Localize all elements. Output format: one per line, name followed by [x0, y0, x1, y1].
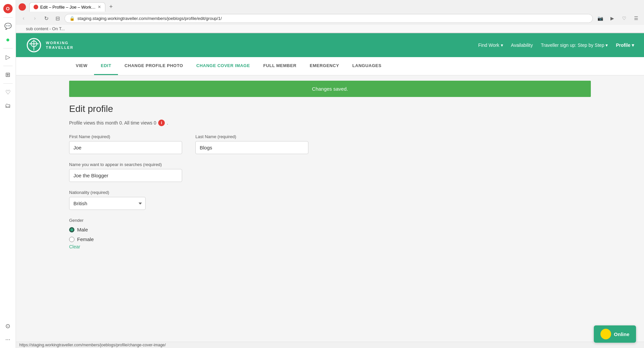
form-container: Edit profile Profile views this month 0.…	[16, 97, 644, 264]
camera-button[interactable]: 📷	[595, 14, 605, 23]
logo-svg	[26, 37, 42, 53]
nationality-row: Nationality (required) British American …	[69, 190, 591, 210]
profile-label: Profile	[616, 43, 630, 48]
favorites-icon: ♡	[5, 89, 11, 96]
search-name-row: Name you want to appear in searches (req…	[69, 162, 591, 182]
gender-male-option[interactable]: Male	[69, 227, 591, 232]
gender-male-radio[interactable]	[69, 227, 74, 232]
apps-icon: ⊞	[5, 71, 10, 78]
notification-bar: sub content - On T...	[16, 25, 644, 33]
last-name-input[interactable]	[195, 141, 308, 154]
last-name-group: Last Name (required)	[195, 134, 308, 154]
site-header: WORKING TRAVELLER Find Work ▾ Availabili…	[16, 33, 644, 57]
tab-full-member[interactable]: FULL MEMBER	[257, 57, 303, 75]
page-content: Edit – Profile – Joe – Work… ✕ + ‹ › ↻ ⊟…	[16, 0, 644, 264]
gender-female-option[interactable]: Female	[69, 236, 591, 242]
sidebar-item-whatsapp[interactable]: ●	[2, 34, 14, 45]
tab-close-button[interactable]: ✕	[98, 5, 101, 9]
forward-icon: ▷	[6, 53, 10, 61]
tab-bar: Edit – Profile – Joe – Work… ✕ +	[16, 0, 644, 12]
form-title: Edit profile	[69, 104, 591, 114]
signup-chevron: ▾	[605, 43, 608, 48]
logo-line1: WORKING	[46, 41, 73, 45]
availability-label: Availability	[511, 43, 533, 48]
forward-button[interactable]: ›	[31, 14, 39, 23]
header-nav-profile[interactable]: Profile ▾	[616, 43, 634, 48]
success-message: Changes saved.	[312, 86, 348, 92]
sidebar-item-apps[interactable]: ⊞	[2, 69, 14, 81]
find-work-label: Find Work	[478, 43, 499, 48]
sidebar-item-messaging[interactable]: 💬	[2, 20, 14, 32]
tab-title: Edit – Profile – Joe – Work…	[40, 5, 96, 10]
nationality-select[interactable]: British American Australian Canadian Iri…	[69, 197, 146, 210]
gender-radio-group: Male Female	[69, 225, 591, 242]
success-banner: Changes saved.	[69, 81, 591, 97]
sidebar-divider-3	[3, 66, 13, 66]
sidebar-item-favorites[interactable]: ♡	[2, 86, 14, 98]
url-full: staging.workingtraveller.com/members/joe…	[93, 16, 222, 21]
search-name-group: Name you want to appear in searches (req…	[69, 162, 182, 182]
signup-label: Traveller sign up: Step by Step	[541, 43, 604, 48]
ssl-lock-icon: 🔒	[69, 16, 75, 21]
tab-change-cover-image[interactable]: CHANGE COVER IMAGE	[190, 57, 257, 75]
header-nav-availability[interactable]: Availability	[511, 43, 533, 48]
tab-edit[interactable]: EDIT	[94, 57, 118, 75]
gender-female-radio[interactable]	[69, 237, 74, 242]
header-nav: Find Work ▾ Availability Traveller sign …	[478, 43, 634, 48]
logo-line2: TRAVELLER	[46, 45, 73, 50]
first-name-input[interactable]	[69, 141, 182, 154]
logo-area[interactable]: WORKING TRAVELLER	[26, 37, 73, 53]
opera-logo[interactable]: O	[2, 3, 14, 15]
sidebar-divider-2	[3, 48, 13, 48]
nationality-label: Nationality (required)	[69, 190, 591, 195]
profile-chevron: ▾	[632, 43, 634, 48]
snapshots-icon: 🗂	[5, 102, 11, 109]
whatsapp-icon: ●	[6, 36, 10, 44]
bookmark-button[interactable]: ♡	[619, 14, 629, 23]
logo-text: WORKING TRAVELLER	[46, 41, 73, 50]
gender-female-label: Female	[77, 236, 94, 242]
tab-favicon	[34, 5, 38, 9]
gender-male-label: Male	[77, 227, 88, 232]
browser-opera-icon	[19, 3, 26, 11]
tab-languages[interactable]: LANGUAGES	[346, 57, 388, 75]
url-display: staging.staging.workingtraveller.com/mem…	[77, 16, 222, 21]
gender-row: Gender Male Female Clear	[69, 218, 591, 249]
new-tab-button[interactable]: +	[107, 2, 116, 12]
search-name-input[interactable]	[69, 169, 182, 182]
header-nav-signup[interactable]: Traveller sign up: Step by Step ▾	[541, 43, 608, 48]
tab-overview-button[interactable]: ⊟	[53, 14, 62, 23]
sidebar-item-forward[interactable]: ▷	[2, 51, 14, 63]
back-button[interactable]: ‹	[19, 14, 28, 23]
header-nav-find-work[interactable]: Find Work ▾	[478, 43, 503, 48]
tab-emergency[interactable]: EMERGENCY	[303, 57, 346, 75]
sidebar-divider-1	[3, 17, 13, 18]
refresh-button[interactable]: ↻	[42, 14, 51, 23]
url-domain: staging.	[77, 16, 93, 21]
notification-text: sub content - On T...	[26, 26, 65, 31]
address-input[interactable]: 🔒 staging.staging.workingtraveller.com/m…	[64, 14, 593, 23]
messaging-icon: 💬	[4, 23, 12, 30]
tab-change-profile-photo[interactable]: CHANGE PROFILE PHOTO	[118, 57, 190, 75]
info-icon[interactable]: i	[158, 120, 165, 126]
sidebar-item-snapshots[interactable]: 🗂	[2, 100, 14, 112]
browser-chrome: Edit – Profile – Joe – Work… ✕ + ‹ › ↻ ⊟…	[16, 0, 644, 33]
gender-label: Gender	[69, 218, 591, 223]
search-name-label: Name you want to appear in searches (req…	[69, 162, 182, 167]
cast-button[interactable]: ▶	[607, 14, 617, 23]
sidebar: O 💬 ● ▷ ⊞ ♡ 🗂 ⊙ ···	[0, 0, 16, 264]
active-tab[interactable]: Edit – Profile – Joe – Work… ✕	[29, 2, 105, 12]
sidebar-divider-4	[3, 83, 13, 84]
first-name-label: First Name (required)	[69, 134, 182, 139]
menu-button[interactable]: ☰	[631, 14, 641, 23]
clear-link[interactable]: Clear	[69, 244, 80, 249]
address-bar: ‹ › ↻ ⊟ 🔒 staging.staging.workingtravell…	[16, 12, 644, 25]
last-name-label: Last Name (required)	[195, 134, 308, 139]
find-work-chevron: ▾	[501, 43, 503, 48]
edit-tabs: VIEW EDIT CHANGE PROFILE PHOTO CHANGE CO…	[16, 57, 644, 75]
tab-view[interactable]: VIEW	[69, 57, 94, 75]
nationality-group: Nationality (required) British American …	[69, 190, 591, 210]
profile-views-text: Profile views this month 0. All time vie…	[69, 120, 156, 126]
opera-icon: O	[3, 4, 13, 13]
gender-group: Gender Male Female Clear	[69, 218, 591, 249]
